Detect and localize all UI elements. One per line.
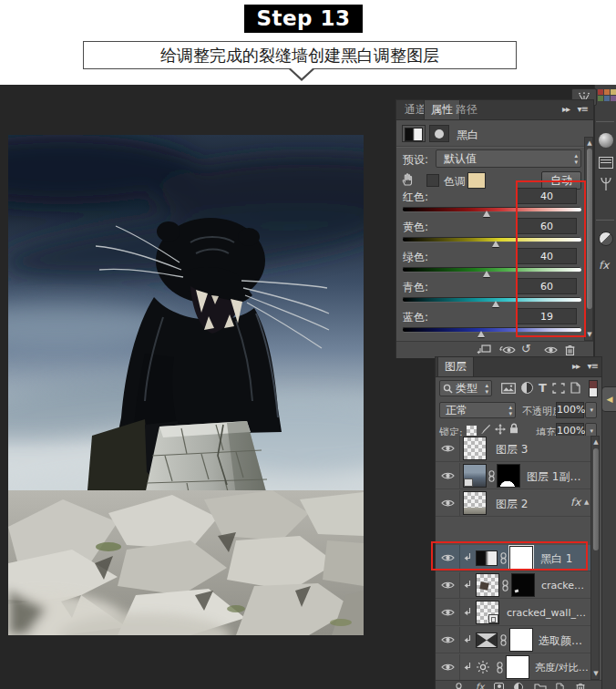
layer-mask-thumbnail[interactable] [497, 464, 520, 488]
layer-mask-thumbnail[interactable] [509, 628, 533, 652]
scroll-down-icon[interactable]: ▼ [585, 330, 594, 339]
visibility-toggle[interactable] [436, 654, 460, 680]
visibility-toggle[interactable] [436, 436, 460, 461]
kind-filter-dropdown[interactable]: 类型 ▴▾ [439, 380, 492, 396]
styles-icon[interactable] [599, 157, 613, 169]
layers-panel: 图层 ▸▸ ▾≡ 类型 ▴▾ T 正常 ▴▾ 不透明度: 100% ▾ 锁定: … [436, 357, 601, 689]
new-adjustment-icon[interactable] [514, 683, 523, 689]
layer-row-cracked-wall-by-adig[interactable]: cracked_wall__by_adig... [436, 600, 590, 626]
opacity-dropdown-button[interactable]: ▾ [585, 402, 597, 418]
tab-layers[interactable]: 图层 [437, 357, 474, 376]
brightness-contrast-layer-icon[interactable] [477, 661, 489, 674]
search-icon [443, 384, 453, 394]
layer-thumbnail[interactable] [463, 491, 487, 515]
panther-statue-photo [8, 135, 364, 635]
preset-dropdown[interactable]: 默认值 ▴▾ [436, 149, 581, 168]
lock-brush-icon[interactable] [480, 424, 491, 435]
targeted-adjust-hand-icon[interactable] [401, 172, 415, 186]
lock-all-icon[interactable] [509, 423, 518, 434]
subtitle-notch-fill [291, 68, 313, 78]
previous-state-icon[interactable] [499, 344, 516, 355]
layers-menu-icon[interactable]: ▾≡ [588, 361, 598, 371]
collapse-panel-icon[interactable]: ▸▸ [562, 104, 570, 114]
slider-red-thumb[interactable] [483, 211, 490, 217]
blend-mode-dropdown[interactable]: 正常 ▴▾ [439, 402, 516, 418]
mask-link-icon[interactable] [497, 662, 503, 674]
slider-green-thumb[interactable] [483, 271, 490, 277]
layer-row-brightness-contrast1[interactable]: 亮度/对比度 1 [436, 654, 590, 681]
visibility-toggle[interactable] [436, 600, 460, 625]
layer-row-selective-color1[interactable]: 选取颜色 1 [436, 627, 590, 653]
slider-yellow-thumb[interactable] [492, 241, 499, 247]
filter-type-icon[interactable]: T [539, 381, 547, 395]
reset-icon[interactable]: ↺ [521, 342, 531, 355]
pen-warp-icon[interactable] [599, 177, 613, 191]
color-sphere-icon[interactable] [599, 133, 613, 148]
expand-dock-chevron[interactable]: ◀ [601, 386, 616, 412]
tint-checkbox[interactable] [426, 174, 439, 187]
swatches-grid-icon[interactable] [598, 89, 614, 101]
layer-row-layer1-copy2[interactable]: 图层 1副本 2 [436, 463, 590, 489]
panel-menu-icon[interactable]: ▾≡ [578, 104, 588, 114]
layer-name: 亮度/对比度 1 [535, 661, 590, 674]
delete-layer-icon[interactable] [576, 683, 585, 689]
layers-bottom-bar: fx [436, 680, 601, 689]
lock-move-icon[interactable] [495, 424, 506, 435]
new-group-icon[interactable] [534, 683, 547, 689]
adjustment-title: 黑白 [457, 128, 478, 143]
filter-adjustment-icon[interactable] [521, 382, 533, 394]
slider-red-label: 红色: [403, 190, 428, 205]
layer-row-layer3[interactable]: 图层 3 [436, 436, 590, 462]
layers-collapse-icon[interactable]: ▸▸ [572, 361, 580, 371]
layers-scrollbar[interactable]: ▲ ▼ [590, 436, 600, 680]
step-subtitle: 给调整完成的裂缝墙创建黑白调整图层 [83, 41, 517, 69]
thumb-rocks-strip [464, 508, 486, 514]
clip-to-layer-icon[interactable] [477, 344, 491, 355]
fx-collapse-icon[interactable]: ▲ [584, 499, 589, 506]
layers-scroll-down-icon[interactable]: ▼ [591, 669, 601, 678]
new-layer-icon[interactable] [556, 683, 564, 689]
layer-mask-thumbnail[interactable] [506, 655, 529, 679]
layer-badge-icon [464, 478, 473, 487]
layer-mask-thumbnail[interactable] [511, 573, 535, 597]
layer-thumbnail[interactable] [463, 464, 487, 488]
opacity-value[interactable]: 100% [556, 402, 584, 418]
scroll-up-icon[interactable]: ▲ [585, 139, 594, 148]
layers-scroll-thumb[interactable] [593, 448, 599, 550]
clipping-mask-arrow-icon [464, 608, 471, 617]
mask-link-icon[interactable] [500, 634, 507, 646]
layer-thumbnail[interactable] [476, 601, 499, 624]
visibility-toggle[interactable] [436, 463, 460, 488]
filter-toggle-switch[interactable] [589, 380, 598, 397]
tint-color-swatch[interactable] [467, 172, 486, 189]
layer-thumbnail[interactable] [463, 437, 487, 460]
document-canvas-photo[interactable] [8, 135, 364, 635]
slider-blue-thumb[interactable] [477, 331, 485, 337]
adjustments-half-circle-icon[interactable] [599, 231, 613, 246]
layer-thumbnail[interactable] [476, 573, 499, 597]
trash-icon[interactable] [565, 344, 575, 355]
add-mask-icon[interactable] [494, 683, 504, 689]
visibility-toggle[interactable] [436, 490, 460, 516]
filter-shape-icon[interactable] [552, 383, 565, 394]
selective-color-layer-icon[interactable] [476, 632, 498, 648]
preset-value: 默认值 [444, 152, 477, 165]
link-layers-icon[interactable] [456, 683, 462, 689]
layers-scroll-up-icon[interactable]: ▲ [591, 437, 601, 447]
filter-smartobject-icon[interactable] [570, 382, 580, 394]
tab-paths[interactable]: 路径 [449, 100, 484, 119]
layer-fx-badge[interactable]: fx [570, 496, 580, 509]
slider-cyan-thumb[interactable] [492, 301, 499, 307]
layer-row-layer2[interactable]: 图层 2 fx ▲ [436, 490, 590, 517]
visibility-toggle[interactable] [436, 627, 460, 653]
layer-style-fx-icon[interactable]: fx [476, 682, 484, 689]
fx-icon[interactable]: fx [599, 259, 609, 272]
mask-link-icon[interactable] [502, 580, 508, 591]
filter-image-icon[interactable] [501, 383, 516, 394]
properties-scroll-thumb[interactable] [587, 149, 592, 309]
mask-link-icon[interactable] [488, 470, 495, 482]
dock-divider2 [596, 219, 614, 220]
layer-row-cracked-wall[interactable]: cracked_wall__... [436, 572, 590, 599]
visibility-eye-icon[interactable] [544, 345, 558, 355]
visibility-toggle[interactable] [436, 572, 460, 598]
